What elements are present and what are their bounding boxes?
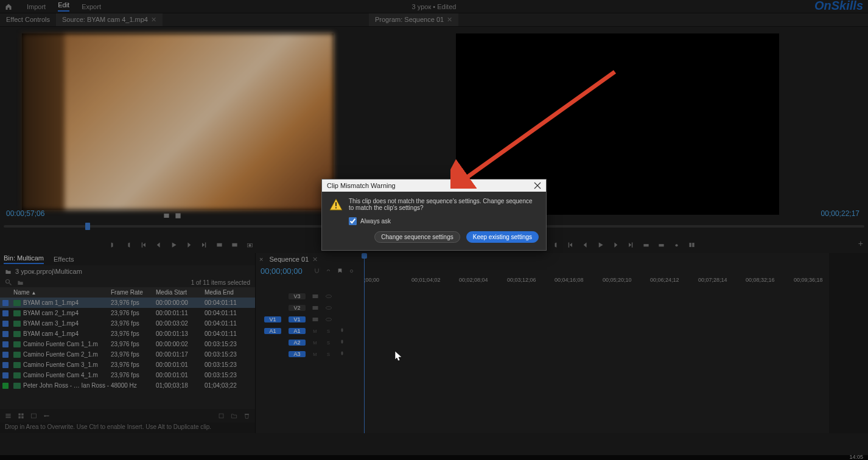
- timeline-tracks[interactable]: V3 V2 V1V1 A1A1MS A2MS A3MS: [256, 290, 829, 433]
- tab-effects[interactable]: Effects: [54, 256, 74, 263]
- mic-icon[interactable]: [338, 350, 346, 358]
- table-row[interactable]: BYAM cam 1_1.mp423,976 fps00:00:00:0000:…: [0, 298, 255, 308]
- step-back-icon[interactable]: [582, 242, 589, 248]
- eye-icon[interactable]: [325, 293, 332, 300]
- panel-source[interactable]: Source: BYAM cam 4_1.mp4 ✕: [56, 13, 163, 26]
- list-view-icon[interactable]: [5, 413, 12, 419]
- markers-icon[interactable]: [163, 212, 170, 219]
- mute-icon[interactable]: M: [312, 339, 319, 346]
- new-bin-icon[interactable]: [231, 413, 237, 419]
- timeline-playhead-tc[interactable]: 00;00;00;00: [261, 267, 303, 276]
- track-a3[interactable]: A3: [289, 351, 306, 357]
- table-row[interactable]: Camino Fuente Cam 4_1.m23,976 fps00:00:0…: [0, 370, 255, 380]
- table-row[interactable]: BYAM cam 2_1.mp423,976 fps00:00:01:1100:…: [0, 308, 255, 318]
- step-back-icon[interactable]: [155, 242, 162, 248]
- export-frame-icon[interactable]: [175, 212, 181, 219]
- change-sequence-button[interactable]: Change sequence settings: [374, 231, 460, 243]
- table-row[interactable]: BYAM cam 3_1.mp423,976 fps00:00:03:0200:…: [0, 318, 255, 329]
- table-row[interactable]: Camino Fuente Cam 2_1.m23,976 fps00:00:0…: [0, 349, 255, 360]
- close-icon[interactable]: ✕: [445, 16, 452, 23]
- solo-icon[interactable]: S: [325, 339, 332, 346]
- src-a1[interactable]: A1: [264, 328, 281, 334]
- col-mend[interactable]: Media End: [205, 289, 253, 296]
- camera-icon[interactable]: [673, 242, 680, 248]
- go-out-icon[interactable]: [201, 242, 208, 248]
- go-in-icon[interactable]: [567, 242, 573, 248]
- go-in-icon[interactable]: [140, 242, 147, 248]
- solo-icon[interactable]: S: [325, 350, 332, 358]
- settings-icon[interactable]: [348, 268, 355, 274]
- compare-icon[interactable]: [688, 242, 695, 248]
- step-fwd-icon[interactable]: [612, 242, 619, 248]
- home-icon[interactable]: [5, 3, 12, 10]
- step-fwd-icon[interactable]: [186, 242, 192, 248]
- track-v2[interactable]: V2: [289, 305, 306, 311]
- track-a2[interactable]: A2: [289, 340, 306, 346]
- timeline-tab[interactable]: Sequence 01: [269, 256, 309, 263]
- eye-icon[interactable]: [325, 316, 332, 323]
- keep-settings-button[interactable]: Keep existing settings: [466, 231, 539, 243]
- tab-edit[interactable]: Edit: [58, 1, 69, 12]
- play-icon[interactable]: [597, 242, 604, 248]
- mute-icon[interactable]: M: [312, 327, 319, 335]
- solo-icon[interactable]: S: [325, 327, 332, 335]
- track-v1[interactable]: V1: [289, 316, 306, 322]
- mic-icon[interactable]: [338, 339, 346, 346]
- track-a1[interactable]: A1: [289, 328, 306, 334]
- trash-icon[interactable]: [243, 413, 250, 419]
- col-fps[interactable]: Frame Rate: [111, 289, 156, 296]
- col-name[interactable]: Name ▲: [13, 289, 111, 296]
- play-icon[interactable]: [170, 242, 177, 248]
- table-row[interactable]: Peter John Ross - … Ian Ross -48000 Hz01…: [0, 380, 255, 391]
- go-out-icon[interactable]: [628, 242, 634, 248]
- folder-icon[interactable]: [17, 279, 24, 286]
- close-icon[interactable]: ✕: [149, 16, 156, 23]
- panel-effect-controls[interactable]: Effect Controls: [0, 13, 56, 26]
- search-icon[interactable]: [5, 279, 12, 286]
- close-icon[interactable]: ✕: [312, 256, 318, 263]
- mark-in-icon[interactable]: [110, 242, 116, 248]
- table-row[interactable]: BYAM cam 4_1.mp423,976 fps00:00:01:1300:…: [0, 329, 255, 339]
- close-icon[interactable]: [534, 182, 541, 189]
- track-v3[interactable]: V3: [289, 293, 306, 299]
- toggle-output-icon[interactable]: [312, 304, 319, 312]
- linked-sel-icon[interactable]: [325, 268, 332, 274]
- extract-icon[interactable]: [658, 242, 665, 248]
- ruler-tick: 00;05;20;10: [603, 277, 632, 283]
- always-ask-checkbox[interactable]: [349, 217, 357, 225]
- insert-icon[interactable]: [216, 242, 223, 248]
- table-row[interactable]: Camino Fuente Cam 1_1.m23,976 fps00:00:0…: [0, 339, 255, 349]
- tab-import[interactable]: Import: [27, 3, 46, 10]
- toggle-output-icon[interactable]: [312, 316, 319, 323]
- tab-bin-multicam[interactable]: Bin: Multicam: [4, 254, 44, 264]
- overwrite-icon[interactable]: [231, 242, 238, 248]
- src-v1[interactable]: V1: [264, 316, 281, 322]
- program-timecode[interactable]: 00;00;22;17: [821, 209, 859, 218]
- lift-icon[interactable]: [643, 242, 649, 248]
- source-viewer[interactable]: [22, 33, 334, 210]
- source-scrub[interactable]: [4, 221, 359, 230]
- mark-out-icon[interactable]: [551, 242, 558, 248]
- zoom-slider-icon[interactable]: [43, 413, 50, 419]
- marker-icon[interactable]: [337, 268, 343, 274]
- tab-export[interactable]: Export: [82, 3, 101, 10]
- icon-view-icon[interactable]: [18, 413, 24, 419]
- new-item-icon[interactable]: [218, 413, 225, 419]
- panel-program[interactable]: Program: Sequence 01 ✕: [369, 13, 458, 26]
- snap-icon[interactable]: [313, 268, 320, 274]
- add-button-icon[interactable]: +: [858, 239, 863, 248]
- mic-icon[interactable]: [338, 327, 346, 335]
- source-timecode[interactable]: 00:00;57;06: [6, 209, 44, 218]
- camera-icon[interactable]: [247, 242, 253, 248]
- svg-point-27: [326, 306, 332, 309]
- mute-icon[interactable]: M: [312, 350, 319, 358]
- app-topbar: Import Edit Export 3 урок • Edited OnSki…: [0, 0, 868, 13]
- freeform-icon[interactable]: [30, 413, 37, 419]
- always-ask-check[interactable]: Always ask: [349, 217, 539, 225]
- mark-out-icon[interactable]: [125, 242, 131, 248]
- table-row[interactable]: Camino Fuente Cam 3_1.m23,976 fps00:00:0…: [0, 360, 255, 370]
- col-mstart[interactable]: Media Start: [156, 289, 205, 296]
- timeline-ruler[interactable]: ;00;0000;01;04;0200;02;08;0400;03;12;060…: [364, 277, 829, 289]
- toggle-output-icon[interactable]: [312, 293, 319, 300]
- eye-icon[interactable]: [325, 304, 332, 312]
